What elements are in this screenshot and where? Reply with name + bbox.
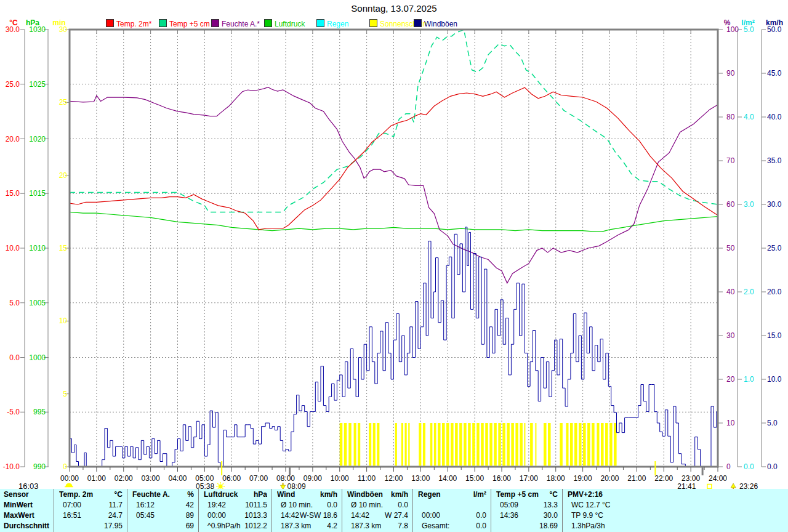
sunshine-bar <box>587 423 590 466</box>
sunshine-bar <box>544 423 547 466</box>
sunshine-bar <box>515 423 518 466</box>
sunshine-bar <box>344 423 347 466</box>
legend-label: Luftdruck <box>275 20 305 28</box>
table-column-0: SensorMinWertMaxWertDurchschnitt <box>0 489 54 532</box>
x-axis-label: 02:00 <box>115 474 133 483</box>
x-axis-label: 20:00 <box>600 474 619 483</box>
legend-swatch-icon <box>369 19 377 27</box>
x-axis-label: 07:00 <box>249 474 268 483</box>
x-axis-label: 01:00 <box>87 474 106 483</box>
x-axis-label: 23:00 <box>681 474 700 483</box>
table-col-unit: l/m² <box>451 490 486 500</box>
table-cell-value: W 27.4 <box>344 510 408 521</box>
x-axis-label: 18:00 <box>547 474 565 483</box>
legend-item-3: Feuchte A.* <box>211 19 260 28</box>
table-column-5: Windböenkm/hØ 10 min.0.014:42W 27.4187.3… <box>342 489 412 532</box>
axis-label-kmh: 25.0 <box>767 244 782 252</box>
sunshine-bar <box>614 423 617 466</box>
sunshine-bar <box>434 423 436 466</box>
sunshine-bar <box>605 423 608 466</box>
axis-label-hpa: 995 <box>33 408 46 416</box>
table-col-header: PMV+2:16 <box>568 490 691 500</box>
table-row-label: MaxWert <box>4 510 51 521</box>
table-cell-value: 7.8 <box>344 521 408 531</box>
table-cell-value: W-SW 18.6 <box>273 510 337 521</box>
axis-label-temp_c: 10.0 <box>6 244 20 252</box>
legend-swatch-icon <box>264 19 272 27</box>
axis-label-pct: 90 <box>726 69 735 78</box>
table-row-label: MinWert <box>4 500 51 510</box>
table-cell-value: 0.0 <box>422 521 486 531</box>
table-col-unit: km/h <box>372 490 408 500</box>
sunshine-bar <box>369 423 371 466</box>
axis-label-kmh: 15.0 <box>767 331 782 340</box>
table-cell-value: 30.0 <box>494 510 558 521</box>
sunshine-bar <box>566 423 568 466</box>
axis-label-kmh: 10.0 <box>767 375 782 384</box>
sunshine-bar <box>348 423 352 466</box>
axis-label-kmh: 30.0 <box>767 200 782 209</box>
sunshine-bar <box>530 423 533 466</box>
sunshine-bar <box>446 423 449 466</box>
axis-label-pct: 40 <box>726 288 735 296</box>
axis-unit-°C: °C <box>9 18 17 27</box>
axis-label-hpa: 1010 <box>29 244 46 252</box>
legend-label: Temp. 2m* <box>116 20 151 28</box>
table-column-3: LuftdruckhPa19:421011.500:001013.3^0.9hP… <box>198 489 271 532</box>
x-axis-label: 12:00 <box>384 474 403 483</box>
sunshine-bar <box>489 423 492 466</box>
sunshine-bar <box>570 423 573 466</box>
legend-item-7: Windböen <box>414 19 457 28</box>
sunshine-bar <box>476 423 480 466</box>
axis-unit-%: % <box>724 18 731 27</box>
sunshine-bar <box>524 423 525 466</box>
table-cell-value: 18.69 <box>494 521 558 531</box>
axis-label-lm2: 3.0 <box>744 200 754 209</box>
axis-label-hpa: 1005 <box>29 299 46 307</box>
sunshine-bar <box>502 423 505 466</box>
table-cell-value: 1012.2 <box>203 521 267 531</box>
axis-label-min: 15 <box>59 244 68 252</box>
sunshine-bar <box>592 423 595 466</box>
x-axis-label: 10:00 <box>331 474 349 483</box>
table-cell-value: 11.7 <box>58 500 123 510</box>
chart-title: Sonntag, 13.07.2025 <box>0 3 788 14</box>
sunshine-bar <box>574 423 577 466</box>
sunshine-bar <box>401 423 403 466</box>
axis-label-kmh: 45.0 <box>767 69 782 78</box>
legend-item-2: Temp +5 cm <box>159 19 210 28</box>
sunshine-bar <box>601 423 604 466</box>
sunshine-bar <box>511 423 514 466</box>
sunshine-bar <box>481 423 484 466</box>
sunshine-bar <box>583 423 586 466</box>
axis-label-min: 5 <box>63 390 67 398</box>
axis-label-pct: 60 <box>726 200 735 209</box>
x-axis-label: 03:00 <box>142 474 160 483</box>
sunshine-bar <box>498 423 501 466</box>
axis-label-temp_c: 20.0 <box>6 135 20 143</box>
sunshine-bar <box>430 423 433 466</box>
day-length-sun-icon <box>66 483 73 487</box>
legend-swatch-icon <box>316 19 324 27</box>
axis-label-pct: 50 <box>726 244 735 252</box>
x-axis-label: 22:00 <box>654 474 673 483</box>
sunshine-bar <box>548 423 551 466</box>
axis-label-kmh: 40.0 <box>767 113 782 121</box>
axis-label-temp_c: 5.0 <box>9 299 20 307</box>
axis-label-hpa: 990 <box>33 462 46 471</box>
axis-label-hpa: 1020 <box>29 135 46 143</box>
sunshine-bar <box>451 423 454 466</box>
axis-label-hpa: 1025 <box>29 80 46 89</box>
sunshine-bar <box>419 423 421 466</box>
x-axis-label: 05:00 <box>195 474 214 483</box>
axis-label-temp_c: 15.0 <box>6 189 20 198</box>
sunshine-bar <box>597 423 599 466</box>
axis-unit-km/h: km/h <box>766 18 783 27</box>
table-cell-value: 1013.3 <box>203 510 267 521</box>
axis-label-lm2: 1.0 <box>744 375 754 384</box>
axis-label-temp_c: -5.0 <box>7 408 20 416</box>
statistics-table: SensorMinWertMaxWertDurchschnittTemp. 2m… <box>0 489 788 532</box>
table-cell-value: 24.7 <box>58 510 123 521</box>
axis-unit-hPa: hPa <box>26 18 39 27</box>
sunshine-bar <box>340 423 343 466</box>
